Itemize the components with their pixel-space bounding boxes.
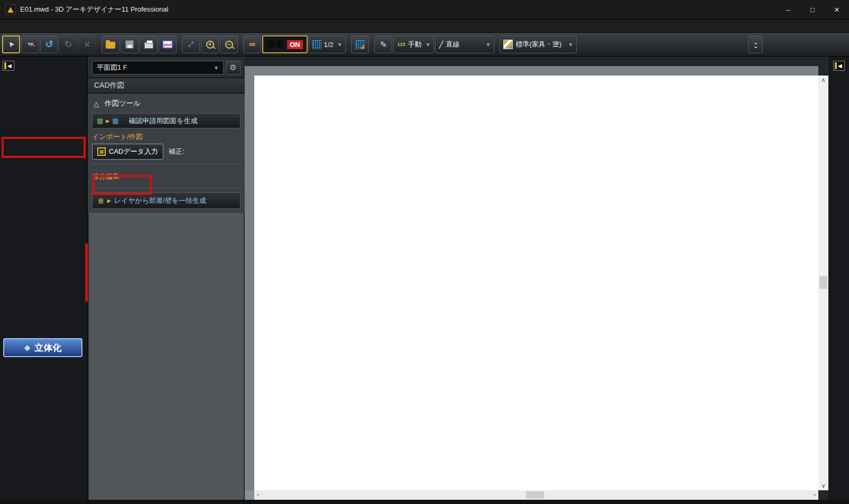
edit-section-label: 線分編集	[92, 172, 241, 181]
cad-data-input-button[interactable]: ▦ CADデータ入力	[92, 144, 163, 160]
draw-tool-item[interactable]: △ 作図ツール	[92, 97, 241, 110]
folder-icon	[106, 42, 115, 49]
vertical-scroll-thumb[interactable]	[819, 276, 827, 289]
minimize-button[interactable]: –	[776, 0, 800, 19]
main-toolbar: ➤ ↖↖ ↺ ↻ ✕ pbd ⤢ + − ∞ 吸着 ON 1/2 ▼ ✎ 123…	[0, 33, 849, 57]
layer-selector-value: 平面図1 F	[97, 63, 127, 72]
import-section-label: インポート/作図	[92, 132, 241, 142]
print-button[interactable]	[140, 35, 158, 53]
batch-generate-button[interactable]: ≣ ▶ レイヤから部屋/壁を一括生成	[92, 192, 241, 209]
cad-data-input-label: CADデータ入力	[109, 147, 158, 156]
drawing-canvas-area: ∧ ∨ ‹ › ◀	[245, 57, 849, 504]
zoom-out-icon: −	[225, 41, 233, 49]
link-button[interactable]: ∞	[243, 35, 261, 53]
pbd-icon: pbd	[162, 40, 173, 49]
delete-button[interactable]: ✕	[78, 35, 96, 53]
generate-permit-drawing-button[interactable]: ▦ ▶ ▦ 確認申請用図面を生成	[92, 113, 241, 128]
grid-scale-value: 1/2	[324, 41, 334, 49]
ruler-corner	[245, 66, 254, 76]
zoom-in-button[interactable]: +	[201, 35, 219, 53]
right-collapse-button[interactable]: ◀	[833, 61, 845, 71]
save-button[interactable]	[121, 35, 139, 53]
printer-icon	[144, 42, 153, 49]
layer-style-dropdown[interactable]: 標準(家具・塗) ▼	[500, 35, 577, 53]
layer-selector-dropdown[interactable]: 平面図1 F ▼	[92, 61, 224, 74]
floorplan-canvas[interactable]	[254, 76, 818, 490]
sidebar-collapse-button[interactable]: ◀	[3, 61, 14, 71]
right-panel-strip: ◀	[828, 57, 849, 504]
vertical-scrollbar[interactable]: ∧ ∨	[818, 76, 828, 490]
tool-panel: 平面図1 F ▼ ⚙ CAD作図 △ 作図ツール ▦ ▶ ▦ 確認申請用図面を生…	[87, 57, 245, 504]
snap-label: 吸着	[267, 39, 284, 50]
grid-icon	[312, 40, 321, 49]
arrow-right-icon: ▶	[106, 118, 109, 124]
scroll-left-icon[interactable]: ‹	[257, 491, 259, 498]
plan-grid-icon: ▦	[97, 117, 103, 125]
mode-sidebar: ◀ ◆ 立体化	[0, 57, 87, 504]
grid-settings-button[interactable]	[351, 35, 369, 53]
open-file-button[interactable]	[101, 35, 119, 53]
draw-tool-label: 作図ツール	[105, 99, 141, 108]
dimension-mode-dropdown[interactable]: 123 手動 ▼	[393, 35, 434, 53]
undo-button[interactable]: ↺	[40, 35, 58, 53]
snap-toggle[interactable]: 吸着 ON	[262, 35, 308, 53]
gear-icon: ⚙	[229, 63, 236, 72]
redo-button[interactable]: ↻	[59, 35, 77, 53]
menu-bar	[0, 20, 849, 33]
line-mode-dropdown[interactable]: ╱ 直線 ▼	[435, 35, 494, 53]
chevron-down-icon: ▼	[568, 42, 574, 48]
chevron-down-icon: ▼	[337, 42, 343, 48]
chevron-down-icon: ▼	[486, 42, 491, 48]
frame-grid-icon: ▦	[112, 117, 118, 125]
horizontal-scrollbar[interactable]: ‹ ›	[254, 490, 818, 500]
scroll-down-icon[interactable]: ∨	[818, 482, 828, 489]
cad-input-icon: ▦	[97, 147, 106, 156]
zoom-out-button[interactable]: −	[220, 35, 238, 53]
title-bar: E01.mwd - 3D アーキデザイナー11 Professional – □…	[0, 0, 849, 20]
compass-icon: △	[92, 100, 100, 108]
maximize-button[interactable]: □	[800, 0, 825, 19]
batch-generate-label: レイヤから部屋/壁を一括生成	[114, 196, 206, 206]
scrollbar-corner	[245, 490, 254, 500]
generate-permit-label: 確認申請用図面を生成	[129, 116, 198, 126]
grid-scale-dropdown[interactable]: 1/2 ▼	[309, 35, 346, 53]
chevron-down-icon: ▼	[214, 65, 219, 71]
chevron-down-icon: ▼	[426, 42, 431, 48]
snap-state-badge: ON	[287, 40, 303, 49]
panel-empty-area	[88, 213, 245, 504]
app-icon	[5, 4, 16, 15]
correction-label: 補正:	[169, 147, 184, 156]
window-bottom-edge	[0, 500, 849, 504]
horizontal-ruler	[254, 66, 818, 76]
multi-select-button[interactable]: ↖↖	[21, 35, 39, 53]
cube-icon: ◆	[24, 343, 31, 352]
dim-mode-value: 手動	[408, 40, 422, 49]
pbd-export-button[interactable]: pbd	[159, 35, 177, 53]
zoom-in-icon: +	[206, 41, 214, 49]
layer-settings-button[interactable]: ⚙	[226, 61, 241, 74]
horizontal-scroll-thumb[interactable]	[526, 491, 544, 499]
layer-style-icon	[503, 40, 513, 49]
scroll-up-icon[interactable]: ∧	[818, 77, 828, 83]
window-title: E01.mwd - 3D アーキデザイナー11 Professional	[20, 5, 168, 14]
toolbar-expand-button[interactable]: ⌄⌄	[748, 35, 763, 53]
line-mode-value: 直線	[446, 40, 459, 49]
scroll-right-icon[interactable]: ›	[814, 491, 816, 498]
pen-tool-button[interactable]: ✎	[374, 35, 392, 53]
chevron-left-icon: ◀	[838, 63, 842, 69]
panel-title: CAD作図	[88, 78, 245, 94]
grid-corner-icon	[356, 40, 365, 49]
layer-style-value: 標準(家具・塗)	[515, 40, 561, 49]
chevron-left-icon: ◀	[7, 63, 12, 69]
dim-123-icon: 123	[397, 42, 405, 47]
select-tool-button[interactable]: ➤	[2, 35, 20, 53]
vertical-ruler	[245, 76, 254, 490]
floppy-icon	[125, 40, 134, 49]
display-checkboxes	[583, 35, 744, 54]
layers-icon: ≣	[98, 197, 104, 205]
fit-view-button[interactable]: ⤢	[182, 35, 200, 53]
arrow-right-icon: ▶	[107, 198, 111, 203]
solid-3d-button[interactable]: ◆ 立体化	[3, 338, 82, 357]
solid-3d-label: 立体化	[34, 342, 61, 354]
close-button[interactable]: ✕	[825, 0, 849, 19]
